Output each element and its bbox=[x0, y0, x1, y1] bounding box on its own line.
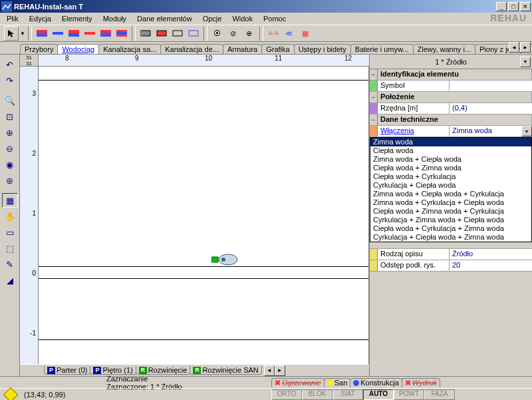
prop-rodzaj-label: Rodzaj opisu bbox=[378, 249, 450, 260]
tab-kanalizacja-de[interactable]: Kanalizacja de... bbox=[160, 44, 223, 54]
grid-icon[interactable]: ▦ bbox=[2, 193, 18, 208]
grid-tool[interactable]: ▦ bbox=[298, 26, 313, 41]
symbol-tool-3[interactable]: ⊕ bbox=[242, 26, 257, 41]
radiator-tool-1[interactable] bbox=[138, 26, 153, 41]
pan-icon[interactable]: ✋ bbox=[2, 209, 18, 224]
tab-przybory[interactable]: Przybory bbox=[20, 44, 58, 54]
dropdown-option[interactable]: Ciepła woda + Zimna woda + Cyrkulacja bbox=[370, 207, 531, 216]
minimize-button[interactable]: _ bbox=[496, 2, 507, 11]
zoom-window-icon[interactable]: ⊡ bbox=[2, 109, 18, 124]
select-rect-icon[interactable]: ▭ bbox=[2, 225, 18, 240]
prop-wlaczenia-label[interactable]: Włączenia bbox=[378, 126, 450, 136]
chevron-down-icon[interactable]: ▼ bbox=[521, 126, 532, 136]
dropdown-option[interactable]: Zimna woda bbox=[370, 138, 531, 146]
wlaczenia-dropdown[interactable]: Zimna wodaCiepła wodaZimna woda + Ciepła… bbox=[370, 137, 532, 242]
layer-tab[interactable]: ✖Ogrzewanie bbox=[271, 378, 325, 387]
sheet-rozwiniecie[interactable]: RRozwinięcie bbox=[136, 366, 191, 375]
tab-scroll-left[interactable]: ◄ bbox=[509, 42, 519, 53]
zoom-extents-icon[interactable]: ⊛ bbox=[2, 173, 18, 188]
sheet-scroll-right[interactable]: ► bbox=[275, 365, 285, 376]
eraser-icon[interactable]: ◢ bbox=[2, 273, 18, 288]
radiator-tool-4[interactable] bbox=[186, 26, 201, 41]
drawing-canvas[interactable] bbox=[39, 67, 369, 364]
tab-kanalizacja-sa[interactable]: Kanalizacja sa... bbox=[98, 44, 161, 54]
select-poly-icon[interactable]: ⬚ bbox=[2, 241, 18, 256]
tab-zlewy[interactable]: Zlewy, wanny i... bbox=[413, 44, 476, 54]
radiator-tool-2[interactable] bbox=[154, 26, 169, 41]
dropdown-option[interactable]: Zimna woda + Ciepła woda bbox=[370, 155, 531, 164]
menu-modules[interactable]: Moduły bbox=[99, 13, 130, 24]
pipe-tool-2[interactable] bbox=[51, 26, 65, 41]
mode-powt[interactable]: POWT bbox=[394, 389, 424, 400]
tab-scroll-right[interactable]: ► bbox=[520, 42, 531, 53]
mode-siat[interactable]: SIAT bbox=[332, 389, 363, 400]
sheet-scroll-left[interactable]: ◄ bbox=[264, 365, 275, 376]
coords: (13,43; 0,99) bbox=[24, 391, 65, 399]
dropdown-option[interactable]: Zimna woda + Cyrkulacja + Ciepła woda bbox=[370, 198, 531, 207]
prop-wlaczenia-value[interactable]: Zimna woda▼ bbox=[450, 126, 532, 136]
close-button[interactable]: ✕ bbox=[520, 2, 531, 11]
mode-faza[interactable]: FAZA bbox=[424, 389, 455, 400]
menu-file[interactable]: Plik bbox=[3, 13, 23, 24]
zoom-plus-icon[interactable]: ⊕ bbox=[2, 125, 18, 140]
layer-tab[interactable]: Konstrukcja bbox=[350, 378, 402, 387]
tab-baterie[interactable]: Baterie i umyw... bbox=[350, 44, 414, 54]
pipe-tool-4[interactable] bbox=[82, 26, 97, 41]
menu-edit[interactable]: Edycja bbox=[25, 13, 55, 24]
redo-icon[interactable]: ↷ bbox=[2, 73, 18, 88]
dropdown-option[interactable]: Ciepła woda + Cyrkulacja bbox=[370, 172, 531, 181]
mode-auto[interactable]: AUTO bbox=[363, 389, 394, 400]
prop-rodzaj-value[interactable]: Źródło bbox=[450, 249, 532, 260]
pipe-tool-6[interactable] bbox=[114, 26, 129, 41]
tab-grafika[interactable]: Grafika bbox=[261, 44, 294, 54]
pipe-tool-1[interactable] bbox=[35, 26, 49, 41]
status-bar-1: Zaznaczanie Zaznaczone: 1 * Źródło ✖Ogrz… bbox=[0, 376, 532, 388]
prop-rzedna-value[interactable]: (0,4) bbox=[450, 103, 532, 114]
mode-orto[interactable]: ORTO bbox=[271, 389, 302, 400]
tab-wodociag[interactable]: Wodociąg bbox=[57, 44, 99, 54]
section-pos: Położenie bbox=[378, 92, 532, 102]
prop-odstep-value[interactable]: 20 bbox=[450, 260, 532, 271]
zoom-in-icon[interactable]: 🔍 bbox=[2, 93, 18, 108]
dropdown-option[interactable]: Cyrkulacja + Ciepła woda + Zimna woda bbox=[370, 233, 531, 242]
dropdown-option[interactable]: Ciepła woda bbox=[370, 146, 531, 155]
maximize-button[interactable]: □ bbox=[508, 2, 519, 11]
dropdown-option[interactable]: Cyrkulacja + Ciepła woda bbox=[370, 181, 531, 190]
menu-help[interactable]: Pomoc bbox=[259, 13, 290, 24]
layer-tab[interactable]: San bbox=[324, 378, 351, 387]
dropdown-option[interactable]: Zimna woda + Ciepła woda + Cyrkulacja bbox=[370, 190, 531, 198]
dropdown-option[interactable]: Ciepła woda + Zimna woda bbox=[370, 164, 531, 172]
sheet-rozwiniecie-san[interactable]: RRozwinięcie SAN bbox=[190, 366, 261, 375]
property-panel: 1 * Źródło ▼ −Identyfikacja elementu Sym… bbox=[369, 55, 532, 376]
menu-elements[interactable]: Elementy bbox=[58, 13, 96, 24]
tab-ustepy[interactable]: Ustępy i bidety bbox=[294, 44, 351, 54]
source-symbol[interactable] bbox=[211, 253, 238, 268]
radiator-tool-3[interactable] bbox=[170, 26, 185, 41]
symbol-tool-2[interactable]: ⊘ bbox=[226, 26, 241, 41]
property-dropdown-icon[interactable]: ▼ bbox=[520, 57, 531, 67]
sheet-parter[interactable]: PParter (0) bbox=[44, 366, 90, 375]
mode-blok[interactable]: BLOK bbox=[302, 389, 332, 400]
menu-options[interactable]: Opcje bbox=[199, 13, 226, 24]
pipe-tool-3[interactable] bbox=[66, 26, 81, 41]
menu-bar: Plik Edycja Elementy Moduły Dane element… bbox=[0, 13, 532, 25]
prop-symbol-value[interactable] bbox=[450, 81, 532, 91]
menu-view[interactable]: Widok bbox=[228, 13, 257, 24]
tab-armatura[interactable]: Armatura bbox=[223, 44, 262, 54]
draw-icon[interactable]: ✎ bbox=[2, 257, 18, 272]
dropdown-option[interactable]: Ciepła woda + Cyrkulacja + Zimna woda bbox=[370, 224, 531, 233]
sheet-pietro[interactable]: PPiętro (1) bbox=[90, 366, 136, 375]
zoom-minus-icon[interactable]: ⊖ bbox=[2, 141, 18, 156]
symbol-tool-1[interactable]: ⦿ bbox=[210, 26, 225, 41]
undo-icon[interactable]: ↶ bbox=[2, 57, 18, 72]
property-header[interactable]: 1 * Źródło ▼ bbox=[370, 55, 532, 69]
layer-tab[interactable]: ✖Wydruk bbox=[402, 378, 440, 387]
pointer-tool[interactable] bbox=[4, 26, 19, 41]
zoom-fit-icon[interactable]: ◉ bbox=[2, 157, 18, 172]
prop-symbol-label: Symbol bbox=[378, 81, 450, 91]
hatch-tool[interactable]: ≪ bbox=[282, 26, 297, 41]
pipe-tool-5[interactable] bbox=[98, 26, 113, 41]
section-tool[interactable]: A-A bbox=[266, 26, 281, 41]
menu-elementdata[interactable]: Dane elementów bbox=[133, 13, 196, 24]
dropdown-option[interactable]: Cyrkulacja + Zimna woda + Ciepła woda bbox=[370, 216, 531, 224]
